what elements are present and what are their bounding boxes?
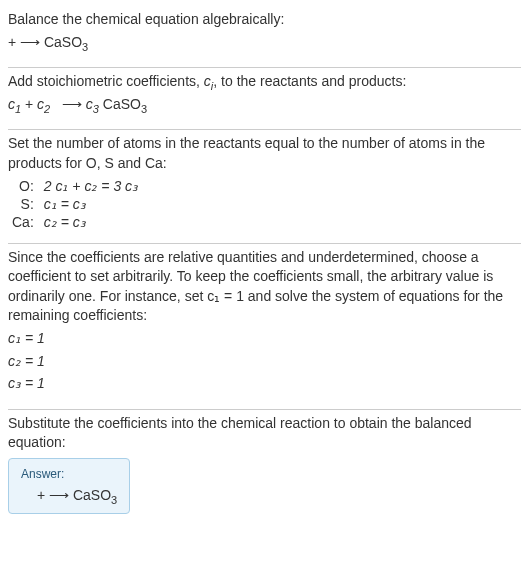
solve-intro: Since the coefficients are relative quan… <box>8 248 521 326</box>
coeff-intro-a: Add stoichiometric coefficients, <box>8 73 204 89</box>
section-balance-intro: Balance the chemical equation algebraica… <box>8 6 521 67</box>
unbalanced-equation: + ⟶ CaSO3 <box>8 33 521 53</box>
eq-rhs-sub: 3 <box>82 40 88 52</box>
eq-rhs: CaSO3 <box>73 487 117 503</box>
c1: c1 <box>8 96 21 112</box>
intro-text: Balance the chemical equation algebraica… <box>8 10 521 30</box>
answer-label: Answer: <box>21 467 117 481</box>
element-label: O: <box>8 177 40 195</box>
solution-line: c₂ = 1 <box>8 352 521 372</box>
section-solve: Since the coefficients are relative quan… <box>8 244 521 409</box>
element-equation: c₁ = c₃ <box>40 195 142 213</box>
section-atom-equations: Set the number of atoms in the reactants… <box>8 130 521 242</box>
product: CaSO3 <box>99 96 147 112</box>
substitute-intro: Substitute the coefficients into the che… <box>8 414 521 453</box>
plus-1: + <box>25 96 37 112</box>
element-equation: 2 c₁ + c₂ = 3 c₃ <box>40 177 142 195</box>
element-equation: c₂ = c₃ <box>40 213 142 231</box>
eq-rhs: CaSO3 <box>44 34 88 50</box>
c1-letter: c <box>8 96 15 112</box>
product-text: CaSO <box>99 96 141 112</box>
eq-lhs: + <box>37 487 49 503</box>
answer-box: Answer: + ⟶ CaSO3 <box>8 458 130 514</box>
eq-lhs: + <box>8 34 20 50</box>
ci-symbol: ci <box>204 73 213 89</box>
section-add-coefficients: Add stoichiometric coefficients, ci, to … <box>8 68 521 129</box>
table-row: O: 2 c₁ + c₂ = 3 c₃ <box>8 177 142 195</box>
element-label: Ca: <box>8 213 40 231</box>
coeff-intro-b: , to the reactants and products: <box>213 73 406 89</box>
product-sub: 3 <box>141 103 147 115</box>
coeff-intro: Add stoichiometric coefficients, ci, to … <box>8 72 521 92</box>
atom-equation-table: O: 2 c₁ + c₂ = 3 c₃ S: c₁ = c₃ Ca: c₂ = … <box>8 177 142 231</box>
section-substitute: Substitute the coefficients into the che… <box>8 410 521 526</box>
c3-letter: c <box>86 96 93 112</box>
coeff-equation: c1 + c2 ⟶ c3 CaSO3 <box>8 95 521 115</box>
table-row: Ca: c₂ = c₃ <box>8 213 142 231</box>
eq-rhs-text: CaSO <box>73 487 111 503</box>
arrow-icon: ⟶ <box>62 96 82 112</box>
arrow-icon: ⟶ <box>20 34 40 50</box>
c3: c3 <box>86 96 99 112</box>
table-row: S: c₁ = c₃ <box>8 195 142 213</box>
eq-rhs-text: CaSO <box>44 34 82 50</box>
c1-sub: 1 <box>15 103 21 115</box>
ci-letter: c <box>204 73 211 89</box>
atoms-intro: Set the number of atoms in the reactants… <box>8 134 521 173</box>
solution-line: c₃ = 1 <box>8 374 521 394</box>
arrow-icon: ⟶ <box>49 487 69 503</box>
balanced-equation: + ⟶ CaSO3 <box>21 487 117 503</box>
eq-rhs-sub: 3 <box>111 494 117 506</box>
c2: c2 <box>37 96 50 112</box>
element-label: S: <box>8 195 40 213</box>
c2-sub: 2 <box>44 103 50 115</box>
solution-line: c₁ = 1 <box>8 329 521 349</box>
